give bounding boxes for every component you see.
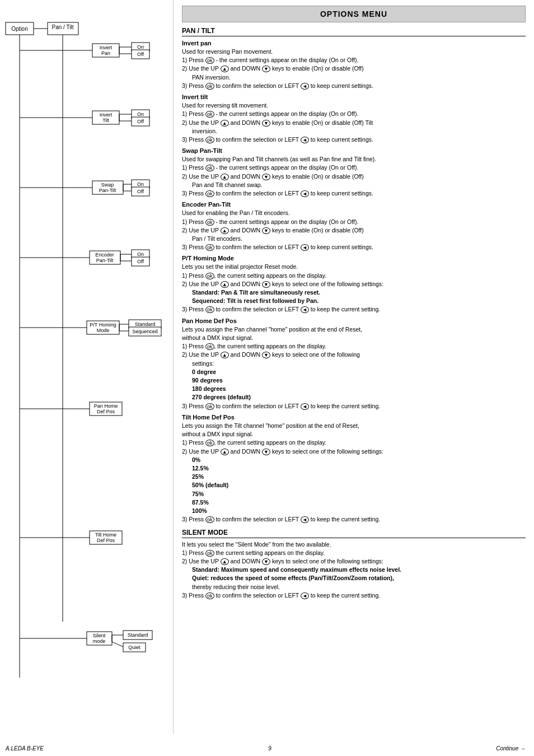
svg-text:On: On [137,181,144,187]
svg-text:Option: Option [11,26,27,32]
invert-pan-content: Used for reversing Pan movement. 1) Pres… [182,48,526,90]
svg-text:Def Pos: Def Pos [97,409,115,414]
svg-text:On: On [137,44,144,50]
subsection-pan-home-def-pos: Pan Home Def Pos [182,318,526,324]
footer-continue: Continue → [496,745,526,752]
svg-text:Pan-Tilt: Pan-Tilt [99,188,116,193]
pt-homing-content: Lets you set the initial projector Reset… [182,263,526,314]
diagram-svg: Option Pan / Tilt Invert Pan On Off Inve… [3,6,171,711]
footer: A.LEDA B-EYE 9 Continue → [0,745,534,752]
invert-tilt-content: Used for reversing tilt movement. 1) Pre… [182,101,526,144]
options-menu-title: OPTIONS MENU [182,6,526,22]
svg-text:Off: Off [137,189,144,194]
svg-text:Mode: Mode [97,328,110,333]
subsection-pt-homing: P/T Homing Mode [182,255,526,262]
svg-text:On: On [137,111,144,117]
footer-brand: A.LEDA B-EYE [6,745,44,752]
svg-text:Off: Off [137,119,144,124]
svg-text:mode: mode [93,638,106,644]
diagram-panel: Option Pan / Tilt Invert Pan On Off Inve… [0,0,174,734]
svg-text:Def Pos: Def Pos [97,538,115,543]
svg-text:Invert: Invert [100,45,113,50]
pan-home-def-pos-content: Lets you assign the Pan channel "home" p… [182,325,526,410]
svg-text:Pan / Tilt: Pan / Tilt [52,24,74,30]
section-title-silent-mode: SILENT MODE [182,529,526,538]
svg-text:Pan-Tilt: Pan-Tilt [96,258,114,263]
silent-mode-content: It lets you select the "Silent Mode" fro… [182,540,526,600]
svg-text:Quiet: Quiet [128,645,140,650]
svg-text:Invert: Invert [100,112,113,118]
swap-pan-tilt-content: Used for swapping Pan and Tilt channels … [182,155,526,198]
svg-text:Standard: Standard [135,321,156,327]
svg-text:Standard: Standard [128,632,148,638]
footer-page: 9 [268,745,271,752]
svg-line-85 [112,642,123,647]
encoder-pan-tilt-content: Used for enabling the Pan / Tilt encoder… [182,209,526,251]
svg-text:Sequenced: Sequenced [132,329,158,334]
svg-text:Encoder: Encoder [95,252,114,258]
section-title-pan-tilt: PAN / TILT [182,27,526,36]
svg-text:Off: Off [137,259,144,264]
svg-text:Tilt Home: Tilt Home [95,532,116,538]
svg-text:On: On [137,251,144,257]
subsection-invert-pan: Invert pan [182,40,526,46]
svg-text:Off: Off [137,52,144,57]
subsection-tilt-home-def-pos: Tilt Home Def Pos [182,414,526,421]
svg-text:Tilt: Tilt [102,118,109,123]
svg-text:Pan: Pan [101,50,110,56]
subsection-encoder-pan-tilt: Encoder Pan-Tilt [182,201,526,208]
tilt-home-def-pos-content: Lets you assign the Tilt channel "home" … [182,422,526,524]
svg-text:P/T Homing: P/T Homing [90,322,116,328]
right-panel: OPTIONS MENU PAN / TILT Invert pan Used … [174,0,534,606]
svg-text:Swap: Swap [101,182,114,188]
subsection-invert-tilt: Invert tilt [182,94,526,100]
subsection-swap-pan-tilt: Swap Pan-Tilt [182,147,526,154]
svg-text:Silent: Silent [93,633,106,638]
svg-text:Pan Home: Pan Home [94,403,118,409]
